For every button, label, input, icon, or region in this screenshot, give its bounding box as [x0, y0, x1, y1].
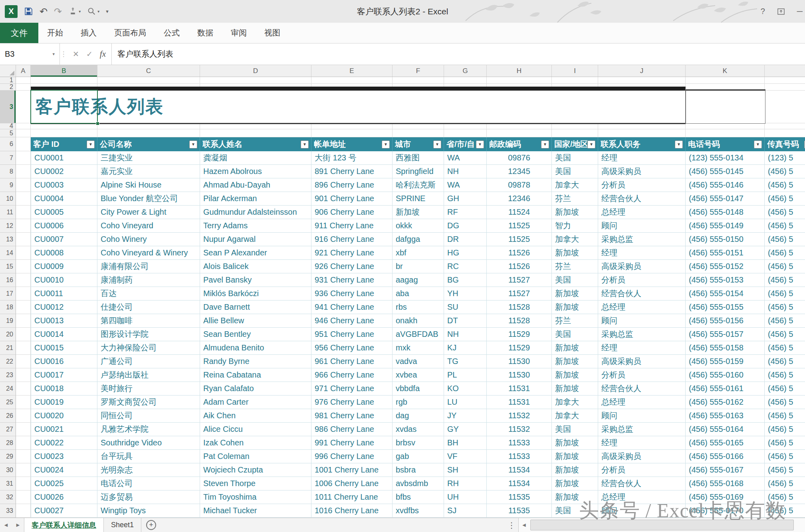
- cell-CU0019-col7[interactable]: 加拿大: [552, 396, 598, 409]
- grid-cell[interactable]: [200, 123, 311, 129]
- cell-CU0008-col6[interactable]: 11526: [487, 246, 552, 260]
- grid-cell[interactable]: [16, 341, 31, 355]
- cell-CU0027-col3[interactable]: 1016 Cherry Lane: [311, 504, 393, 518]
- cell-CU0020-col3[interactable]: 981 Cherry Lane: [311, 409, 393, 423]
- row-header-14[interactable]: 14: [0, 246, 16, 260]
- grid-cell[interactable]: [16, 206, 31, 219]
- cell-CU0014-col9[interactable]: (456) 555-0157: [686, 328, 765, 341]
- row-header-27[interactable]: 27: [0, 423, 16, 436]
- cell-CU0007-col8[interactable]: 采购总监: [598, 233, 686, 246]
- cell-CU0025-col1[interactable]: 电话公司: [97, 477, 200, 490]
- filter-icon[interactable]: ▼: [541, 140, 549, 148]
- cell-CU0021-col10[interactable]: (456) 5: [765, 423, 805, 436]
- minimize-icon[interactable]: ─: [797, 7, 803, 16]
- cell-CU0026-col6[interactable]: 11535: [487, 490, 552, 504]
- grid-cell[interactable]: [487, 77, 552, 84]
- excel-logo-icon[interactable]: X: [5, 5, 18, 18]
- cell-CU0010-col0[interactable]: CU0010: [31, 273, 97, 287]
- filter-icon[interactable]: ▼: [754, 140, 762, 148]
- cell-CU0005-col8[interactable]: 总经理: [598, 206, 686, 219]
- grid-cell[interactable]: [97, 129, 200, 137]
- grid-cell[interactable]: [444, 123, 487, 129]
- cell-CU0023-col4[interactable]: gab: [393, 450, 444, 463]
- cell-CU0008-col2[interactable]: Sean P Alexander: [200, 246, 311, 260]
- cell-CU0018-col7[interactable]: 新加坡: [552, 382, 598, 396]
- cell-CU0010-col7[interactable]: 美国: [552, 273, 598, 287]
- cell-CU0014-col8[interactable]: 采购总监: [598, 328, 686, 341]
- cell-CU0003-col3[interactable]: 896 Cherry Lane: [311, 178, 393, 192]
- cell-CU0005-col6[interactable]: 11524: [487, 206, 552, 219]
- cell-CU0023-col3[interactable]: 996 Cherry Lane: [311, 450, 393, 463]
- cell-CU0019-col1[interactable]: 罗斯文商贸公司: [97, 396, 200, 409]
- cell-CU0025-col7[interactable]: 新加坡: [552, 477, 598, 490]
- cell-CU0014-col4[interactable]: aVGBFDAB: [393, 328, 444, 341]
- bordered-empty-cell[interactable]: [686, 89, 765, 124]
- column-header-A[interactable]: A: [16, 65, 31, 77]
- cell-CU0024-col1[interactable]: 光明杂志: [97, 463, 200, 477]
- row-header-16[interactable]: 16: [0, 273, 16, 287]
- row-header-18[interactable]: 18: [0, 301, 16, 314]
- select-all-corner[interactable]: [0, 65, 16, 77]
- cell-CU0001-col9[interactable]: (123) 555-0134: [686, 151, 765, 165]
- cell-CU0015-col6[interactable]: 11529: [487, 341, 552, 355]
- cell-CU0003-col9[interactable]: (456) 555-0146: [686, 178, 765, 192]
- cell-CU0012-col6[interactable]: 11528: [487, 301, 552, 314]
- column-header-D[interactable]: D: [200, 65, 311, 77]
- cell-CU0011-col10[interactable]: (456) 5: [765, 287, 805, 301]
- cell-CU0018-col9[interactable]: (456) 555-0161: [686, 382, 765, 396]
- cell-CU0011-col7[interactable]: 新加坡: [552, 287, 598, 301]
- cell-CU0006-col3[interactable]: 911 Cherry Lane: [311, 219, 393, 233]
- cell-CU0025-col0[interactable]: CU0025: [31, 477, 97, 490]
- cell-CU0012-col1[interactable]: 仕捷公司: [97, 301, 200, 314]
- filter-icon[interactable]: ▼: [675, 140, 683, 148]
- cell-CU0009-col7[interactable]: 芬兰: [552, 260, 598, 273]
- cell-CU0027-col1[interactable]: Wingtip Toys: [97, 504, 200, 518]
- cell-CU0017-col6[interactable]: 11530: [487, 368, 552, 382]
- cell-CU0002-col2[interactable]: Hazem Abolrous: [200, 165, 311, 178]
- grid-cell[interactable]: [444, 77, 487, 84]
- cell-CU0020-col8[interactable]: 顾问: [598, 409, 686, 423]
- print-preview-icon[interactable]: ▾: [87, 7, 99, 16]
- cell-CU0015-col7[interactable]: 新加坡: [552, 341, 598, 355]
- cell-CU0023-col1[interactable]: 台平玩具: [97, 450, 200, 463]
- row-header-31[interactable]: 31: [0, 477, 16, 490]
- cell-CU0005-col10[interactable]: (456) 5: [765, 206, 805, 219]
- cell-CU0018-col10[interactable]: (456) 5: [765, 382, 805, 396]
- cell-CU0023-col0[interactable]: CU0023: [31, 450, 97, 463]
- cell-CU0009-col5[interactable]: RC: [444, 260, 487, 273]
- ribbon-tab-5[interactable]: 审阅: [222, 23, 256, 43]
- cell-CU0021-col2[interactable]: Alice Ciccu: [200, 423, 311, 436]
- table-header-1[interactable]: 公司名称▼: [97, 137, 200, 151]
- grid-cell[interactable]: [16, 178, 31, 192]
- cell-CU0009-col1[interactable]: 康浦有限公司: [97, 260, 200, 273]
- cell-CU0011-col2[interactable]: Miklós Barkóczi: [200, 287, 311, 301]
- cell-CU0024-col3[interactable]: 1001 Cherry Lane: [311, 463, 393, 477]
- cell-CU0004-col0[interactable]: CU0004: [31, 192, 97, 206]
- cell-CU0005-col5[interactable]: RF: [444, 206, 487, 219]
- redo-icon[interactable]: ↷: [54, 7, 62, 16]
- row-header-22[interactable]: 22: [0, 355, 16, 368]
- cell-CU0010-col10[interactable]: (456) 5: [765, 273, 805, 287]
- cell-CU0002-col1[interactable]: 嘉元实业: [97, 165, 200, 178]
- cell-CU0024-col2[interactable]: Wojciech Czupta: [200, 463, 311, 477]
- cell-CU0018-col4[interactable]: vbbdfa: [393, 382, 444, 396]
- cell-CU0007-col4[interactable]: dafgga: [393, 233, 444, 246]
- cell-CU0018-col2[interactable]: Ryan Calafato: [200, 382, 311, 396]
- cell-CU0008-col7[interactable]: 新加坡: [552, 246, 598, 260]
- grid-cell[interactable]: [97, 123, 200, 129]
- cell-CU0017-col8[interactable]: 分析员: [598, 368, 686, 382]
- cell-CU0022-col4[interactable]: brbsv: [393, 436, 444, 450]
- grid-cell[interactable]: [16, 246, 31, 260]
- column-header-B[interactable]: B: [31, 65, 97, 77]
- grid-cell[interactable]: [16, 165, 31, 178]
- cell-CU0016-col4[interactable]: vadva: [393, 355, 444, 368]
- cell-CU0016-col9[interactable]: (456) 555-0159: [686, 355, 765, 368]
- cell-CU0011-col5[interactable]: YH: [444, 287, 487, 301]
- grid-cell[interactable]: [16, 151, 31, 165]
- grid-cell[interactable]: [444, 129, 487, 137]
- grid-cell[interactable]: [16, 463, 31, 477]
- grid-cell[interactable]: [552, 129, 598, 137]
- cell-CU0002-col10[interactable]: (456) 5: [765, 165, 805, 178]
- cell-CU0020-col5[interactable]: JY: [444, 409, 487, 423]
- name-box-dropdown-icon[interactable]: ▾: [52, 51, 55, 57]
